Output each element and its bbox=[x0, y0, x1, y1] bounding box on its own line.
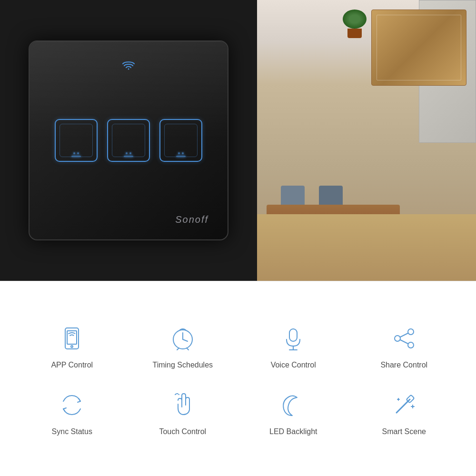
svg-point-12 bbox=[408, 329, 414, 335]
svg-point-3 bbox=[71, 346, 73, 347]
share-label: Share Control bbox=[380, 361, 427, 369]
svg-line-8 bbox=[187, 348, 188, 350]
feature-app-control: APP Control bbox=[19, 317, 125, 374]
svg-point-13 bbox=[395, 336, 400, 341]
switch-panel-area: Sonoff bbox=[0, 0, 257, 281]
touch-button-3[interactable] bbox=[159, 119, 202, 162]
feature-led: LED Backlight bbox=[240, 384, 347, 441]
timing-label: Timing Schedules bbox=[152, 361, 213, 369]
brand-label: Sonoff bbox=[175, 214, 208, 225]
timing-icon bbox=[166, 322, 199, 355]
feature-timing: Timing Schedules bbox=[130, 317, 236, 374]
features-grid: APP Control Timing Schedules bbox=[19, 317, 457, 441]
led-label: LED Backlight bbox=[269, 427, 317, 436]
touch-button-1[interactable] bbox=[55, 119, 98, 162]
feature-voice: Voice Control bbox=[240, 317, 347, 374]
app-control-icon bbox=[55, 322, 89, 355]
feature-touch: Touch Control bbox=[130, 384, 236, 441]
svg-rect-9 bbox=[289, 329, 297, 341]
floor bbox=[257, 214, 476, 281]
touch-icon bbox=[166, 388, 199, 422]
app-control-label: APP Control bbox=[51, 361, 93, 369]
touch-buttons bbox=[55, 119, 202, 162]
wifi-icon bbox=[122, 60, 135, 73]
svg-point-0 bbox=[128, 69, 129, 70]
svg-line-6 bbox=[183, 339, 188, 341]
voice-icon bbox=[277, 322, 310, 355]
feature-share: Share Control bbox=[351, 317, 457, 374]
feature-smart-scene: Smart Scene bbox=[351, 384, 457, 441]
sync-label: Sync Status bbox=[52, 427, 92, 436]
voice-label: Voice Control bbox=[271, 361, 316, 369]
smart-scene-icon bbox=[387, 388, 421, 422]
led-icon bbox=[277, 388, 310, 422]
plant bbox=[343, 10, 367, 38]
cabinet bbox=[371, 10, 466, 86]
svg-line-16 bbox=[400, 340, 408, 344]
switch-device: Sonoff bbox=[29, 40, 228, 240]
kitchen-area bbox=[257, 0, 476, 281]
svg-line-7 bbox=[177, 348, 179, 350]
top-section: Sonoff bbox=[0, 0, 476, 281]
svg-line-15 bbox=[400, 333, 408, 337]
features-section: APP Control Timing Schedules bbox=[0, 281, 476, 476]
touch-label: Touch Control bbox=[159, 427, 206, 436]
svg-point-14 bbox=[408, 342, 414, 348]
feature-sync: Sync Status bbox=[19, 384, 125, 441]
share-icon bbox=[387, 322, 421, 355]
sync-icon bbox=[55, 388, 89, 422]
touch-button-2[interactable] bbox=[107, 119, 150, 162]
smart-scene-label: Smart Scene bbox=[382, 427, 426, 436]
